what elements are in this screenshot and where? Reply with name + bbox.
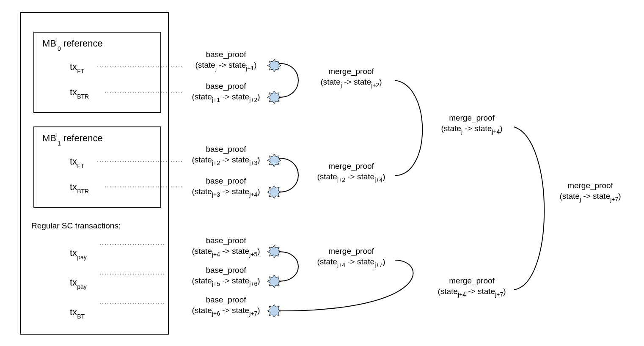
mb1-title: MBi1 reference: [42, 132, 103, 147]
regular-label: Regular SC transactions:: [31, 221, 121, 230]
burst-icon: [267, 305, 281, 317]
mb1-tx-ft: txFT: [70, 156, 85, 169]
mb0-tx-ft: txFT: [70, 61, 85, 74]
mp2-range: (statej+4 -> statej+7): [317, 257, 385, 268]
mp0-label: merge_proof: [328, 67, 374, 76]
bp5-label: base_proof: [206, 266, 246, 275]
merge-curve-l2b: [279, 260, 413, 311]
outer-box: [20, 13, 168, 334]
bp3-range: (statej+3 -> statej+4): [192, 187, 260, 198]
bp6-range: (statej+6 -> statej+7): [192, 306, 260, 317]
bp2-range: (statej+2 -> statej+3): [192, 155, 260, 166]
mb1-tx-btr: txBTR: [70, 181, 89, 195]
mp5-label: merge_proof: [567, 181, 613, 190]
burst-icon: [267, 245, 281, 258]
mp5-range: (statej -> statej+7): [559, 192, 621, 203]
tx-bt: txBT: [70, 307, 85, 320]
burst-icon: [267, 59, 281, 72]
mp2-label: merge_proof: [328, 247, 374, 256]
bp0-range: (statej -> statej+1): [195, 60, 256, 71]
mp1-label: merge_proof: [328, 162, 374, 171]
bp1-range: (statej+1 -> statej+2): [192, 92, 260, 103]
mp3-range: (statej -> statej+4): [441, 124, 502, 135]
merge-curve-final: [514, 127, 544, 290]
mp3-label: merge_proof: [449, 113, 495, 123]
mp4-label: merge_proof: [449, 276, 495, 286]
burst-icon: [267, 91, 281, 104]
mp4-range: (statej+4 -> statej+7): [438, 287, 506, 298]
bp2-label: base_proof: [206, 145, 246, 154]
burst-icon: [267, 275, 281, 288]
burst-icon: [267, 186, 281, 198]
merge-curve: [279, 63, 298, 97]
mb0-title: MBi0 reference: [42, 37, 103, 52]
burst-icon: [267, 154, 281, 167]
merge-curve: [279, 158, 298, 192]
bp1-label: base_proof: [206, 82, 246, 91]
mb0-tx-btr: txBTR: [70, 87, 89, 100]
bp4-range: (statej+4 -> statej+5): [192, 247, 260, 258]
bp6-label: base_proof: [206, 295, 246, 305]
mp0-range: (statej -> statej+2): [320, 77, 382, 88]
merge-curve-l2: [395, 80, 422, 176]
mp1-range: (statej+2 -> statej+4): [317, 172, 385, 183]
bp3-label: base_proof: [206, 176, 246, 186]
bp0-label: base_proof: [206, 50, 246, 59]
bp5-range: (statej+5 -> statej+6): [192, 276, 260, 287]
tx-pay-0: txpay: [70, 247, 87, 261]
tx-pay-1: txpay: [70, 277, 87, 290]
merge-curve: [279, 252, 298, 281]
bp4-label: base_proof: [206, 236, 246, 245]
